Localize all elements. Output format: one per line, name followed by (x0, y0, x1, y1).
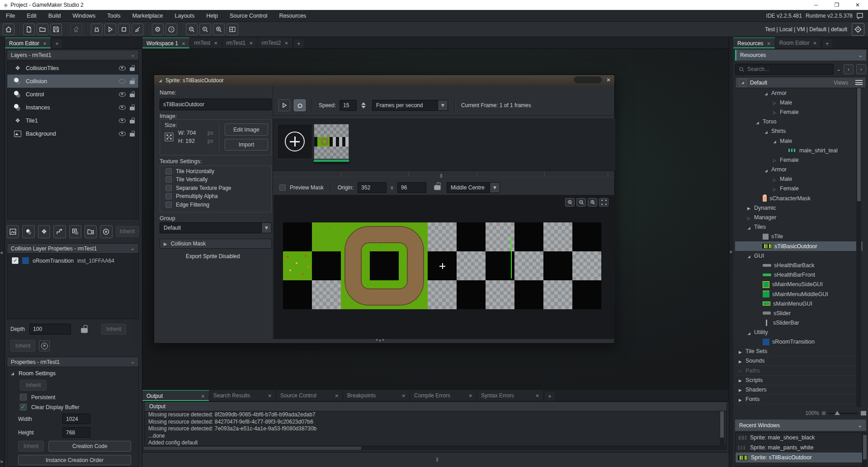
resource-tree-item[interactable]: Utility (735, 328, 863, 337)
instance-checkbox[interactable] (12, 257, 19, 264)
zoom-in-icon[interactable] (213, 24, 225, 35)
tab-room-editor[interactable]: Room Editor (5, 38, 51, 48)
close-tab-icon[interactable] (284, 40, 288, 46)
tree-arrow-icon[interactable] (772, 99, 777, 106)
output-horizontal-scrollbar[interactable] (144, 446, 727, 450)
depth-inherit-button[interactable]: Inherit (101, 324, 126, 335)
import-button[interactable]: Import (225, 139, 268, 151)
menu-item[interactable]: File (0, 13, 21, 19)
output-log[interactable]: Missing resource detected: 8f2b99db-9065… (144, 411, 727, 446)
resources-root-header[interactable]: ◢ Default Views (735, 77, 866, 88)
search-next-icon[interactable]: › (856, 64, 866, 74)
close-tab-icon[interactable] (813, 40, 816, 46)
layer-row[interactable]: Tile1 (7, 114, 138, 127)
debug-icon[interactable] (91, 24, 103, 35)
recent-window-item[interactable]: Sprite: male_shoes_black (736, 433, 862, 443)
speed-input[interactable]: 15 (340, 100, 357, 111)
add-layer-folder-icon[interactable] (85, 225, 97, 238)
collision-layer-properties-header[interactable]: Collision Layer Properties - rmTest1⌄ (7, 243, 139, 254)
menu-item[interactable]: Edit (21, 13, 42, 19)
lock-icon[interactable] (130, 80, 135, 84)
resize-icon[interactable] (165, 132, 174, 143)
zoom-out-icon[interactable] (186, 24, 198, 35)
recent-windows-scrollbar[interactable] (863, 432, 867, 467)
output-vertical-scrollbar[interactable] (720, 411, 724, 446)
canvas-zoom-out-icon[interactable] (576, 198, 586, 207)
new-project-icon[interactable] (23, 24, 35, 35)
resource-tree-item[interactable]: Fonts (735, 395, 863, 404)
resource-tree-item[interactable]: sHealthBarBack (735, 260, 863, 270)
resources-tab[interactable]: Room Editor (775, 38, 821, 48)
layout-windows-icon[interactable] (226, 24, 238, 35)
add-workspace-tab-button[interactable]: + (294, 39, 304, 48)
resource-tree-item[interactable]: Shirts (735, 127, 863, 136)
tree-arrow-icon[interactable] (772, 185, 777, 192)
sprite-window-close-icon[interactable]: ✕ (606, 77, 611, 83)
resource-tree-item[interactable]: Female (735, 184, 863, 193)
origin-x-input[interactable]: 352 (358, 182, 387, 193)
add-tab-button[interactable]: + (52, 39, 62, 48)
resource-tree-item[interactable]: Armor (735, 88, 863, 98)
workspace-tab[interactable]: rmTest (190, 38, 222, 48)
edit-image-button[interactable]: Edit Image (225, 123, 268, 136)
resource-tree-item[interactable]: sTile (735, 232, 863, 241)
tree-arrow-icon[interactable] (746, 214, 751, 221)
layer-row[interactable]: Background (7, 127, 138, 140)
menu-item[interactable]: Windows (67, 13, 102, 19)
resource-tree-item[interactable]: Sounds (735, 356, 863, 366)
loop-icon[interactable] (294, 99, 306, 111)
lock-icon[interactable] (130, 120, 135, 123)
zoom-out-block[interactable] (822, 411, 826, 415)
close-tab-icon[interactable] (335, 392, 339, 399)
add-background-layer-icon[interactable] (7, 225, 19, 238)
origin-y-input[interactable]: 96 (397, 182, 426, 193)
tree-arrow-icon[interactable] (746, 252, 751, 259)
export-sprite-label[interactable]: Export Sprite Disabled (186, 253, 240, 259)
collapse-left-icon[interactable]: « (0, 250, 3, 256)
lock-icon[interactable] (130, 67, 135, 71)
tree-arrow-icon[interactable] (738, 367, 743, 374)
tree-arrow-icon[interactable] (764, 90, 769, 96)
visibility-eye-icon[interactable] (119, 132, 126, 136)
resource-tree-item[interactable]: Female (735, 155, 863, 165)
close-tab-icon[interactable] (536, 392, 539, 399)
room-inherit-button[interactable]: Inherit (20, 380, 47, 391)
resource-tree-item[interactable]: Scripts (735, 376, 863, 385)
layer-row[interactable]: CollisionTiles (7, 61, 138, 75)
zoom-in-block[interactable] (861, 411, 866, 415)
room-settings-group[interactable]: ◢Room Settings (11, 370, 138, 377)
resource-tree-item[interactable]: GUI (735, 251, 863, 260)
menu-item[interactable]: Source Control (224, 13, 273, 19)
preview-mask-checkbox[interactable] (279, 184, 286, 191)
collision-mask-header[interactable]: ▶ Collision Mask (160, 239, 272, 249)
tree-arrow-icon[interactable] (738, 377, 743, 383)
close-tab-icon[interactable] (201, 393, 205, 399)
sprite-canvas[interactable] (274, 195, 615, 339)
resource-tree-item[interactable]: Dynamic (735, 203, 863, 212)
resource-tree-item[interactable]: Manager (735, 212, 863, 222)
home-icon[interactable] (3, 24, 14, 35)
resource-tree-item[interactable]: Paths (735, 366, 863, 375)
window-resize-grip[interactable]: ▾▴▾ (376, 337, 385, 342)
output-tab[interactable]: Breakpoints (343, 390, 410, 401)
resource-tree-item[interactable]: Armor (735, 165, 863, 175)
resource-tree-item[interactable]: sMainMenuMiddleGUI (735, 289, 863, 299)
texture-option-checkbox[interactable] (165, 202, 172, 208)
collapse-right-icon[interactable]: » (729, 249, 732, 255)
lock-icon[interactable] (130, 133, 135, 137)
resource-tree-item[interactable]: Shaders (735, 385, 863, 395)
instance-creation-order-button[interactable]: Instance Creation Order (18, 455, 131, 465)
lock-icon[interactable] (130, 94, 135, 97)
texture-option-checkbox[interactable] (165, 193, 172, 199)
visibility-eye-icon[interactable] (119, 92, 126, 97)
inherit-button[interactable]: Inherit (10, 340, 35, 352)
resource-tree-item[interactable]: sSlider (735, 308, 863, 318)
tree-arrow-icon[interactable] (772, 137, 777, 144)
resources-combo[interactable]: Resources⌄ (735, 50, 866, 61)
frame-thumbnail[interactable] (314, 124, 349, 159)
layer-inherit-button[interactable]: Inherit (116, 226, 139, 237)
recent-window-item[interactable]: Sprite: male_pants_white (736, 443, 862, 453)
add-tile-layer-icon[interactable]: ❖ (38, 225, 50, 238)
clear-display-buffer-checkbox[interactable] (20, 404, 27, 410)
origin-lock-icon[interactable] (434, 185, 440, 189)
